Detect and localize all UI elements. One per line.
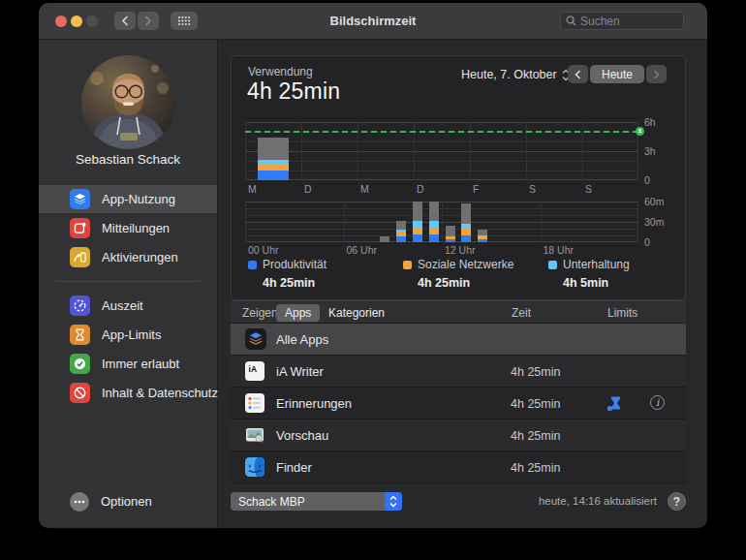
ellipsis-circle-icon [70,492,89,512]
table-row-finder[interactable]: Finder4h 25min [231,451,686,483]
finder-app-icon [245,457,264,477]
usage-bar-segment[interactable] [258,160,289,165]
reminders-app-icon [245,393,264,413]
weekday-label: M [248,183,257,195]
weekday-label: S [529,183,536,195]
limit-hourglass-icon [606,395,622,416]
usage-bar-segment[interactable] [258,138,289,160]
weekday-label: D [304,183,312,195]
sidebar-item-notifications[interactable]: Mitteilungen [39,214,217,242]
ytick-label: 3h [644,145,656,157]
sidebar-item-app-usage[interactable]: App-Nutzung [39,185,217,213]
sidebar-item-options[interactable]: Optionen [39,487,217,515]
user-avatar [81,55,175,149]
usage-bar-segment[interactable] [380,236,389,242]
today-button[interactable]: Heute [590,65,644,83]
usage-bar-segment[interactable] [461,229,471,235]
sidebar-item-app-limits[interactable]: App-Limits [39,321,217,349]
preview-app-icon [245,425,264,445]
usage-bar-segment[interactable] [446,239,455,242]
legend-label: Produktivität [263,258,326,271]
usage-bar-segment[interactable] [413,221,422,228]
usage-bar-segment[interactable] [478,239,487,242]
device-selector[interactable]: Schack MBP [231,492,402,511]
legend-swatch [403,261,412,269]
usage-bar-segment[interactable] [429,229,439,234]
usage-bar-segment[interactable] [413,228,422,234]
usage-bar-segment[interactable] [258,171,289,180]
sidebar: Sebastian Schack App-NutzungMitteilungen… [39,40,218,528]
ytick-label: 30m [644,216,664,228]
usage-bar-segment[interactable] [413,234,422,242]
sidebar-item-label: Inhalt & Datenschutz [102,386,218,400]
screen-time-window: Bildschirmzeit Suchen [39,3,707,528]
sidebar-item-label: Aktivierungen [102,250,178,264]
usage-bar-segment[interactable] [461,224,471,229]
gridline [245,171,638,171]
info-button[interactable]: i [650,395,665,410]
segment-apps[interactable]: Apps [276,304,320,322]
usage-bar-segment[interactable] [396,236,406,242]
usage-bar-segment[interactable] [413,202,422,221]
sidebar-item-label: App-Limits [102,327,161,342]
app-name: Vorschau [276,428,328,443]
date-selector[interactable]: Heute, 7. Oktober [461,68,570,81]
usage-bar-segment[interactable] [429,202,439,221]
legend-label: Soziale Netzwerke [418,258,513,271]
app-name: iA Writer [276,364,324,379]
content-privacy-icon [70,383,90,403]
window-content: Sebastian Schack App-NutzungMitteilungen… [39,40,707,528]
search-input[interactable]: Suchen [560,12,684,30]
usage-bar-segment[interactable] [396,221,406,231]
next-day-button[interactable] [646,65,667,83]
legend-item: Produktivität4h 25min [248,258,326,290]
app-limits-icon [70,325,90,345]
usage-bar-segment[interactable] [429,221,439,229]
usage-bar-segment[interactable] [396,230,406,233]
sidebar-item-downtime[interactable]: Auszeit [39,292,217,320]
usage-bar-segment[interactable] [446,226,455,236]
table-row-preview[interactable]: Vorschau4h 25min [231,420,686,451]
table-row-all-apps[interactable]: Alle Apps [231,324,686,356]
table-row-reminders[interactable]: Erinnerungen4h 25mini [231,388,686,420]
help-button[interactable]: ? [668,492,686,511]
usage-bar-segment[interactable] [396,233,406,236]
chevron-left-icon [575,70,581,79]
app-time: 4h 25min [511,461,560,475]
date-label: Heute, 7. Oktober [461,68,557,81]
gridline [245,202,246,242]
sidebar-item-label: Auszeit [102,298,143,313]
sidebar-item-label: Immer erlaubt [102,357,179,371]
column-header-time: Zeit [512,306,531,320]
downtime-icon [70,296,90,316]
avatar-photo [81,55,175,149]
usage-bar-segment[interactable] [429,234,439,242]
ytick-label: 0 [644,236,650,248]
previous-day-button[interactable] [568,65,588,83]
sidebar-item-always-allowed[interactable]: Immer erlaubt [39,350,217,378]
app-time: 4h 25min [511,429,560,443]
always-allowed-icon [70,354,90,374]
usage-bar-segment[interactable] [446,236,455,240]
ytick-label: 60m [644,196,664,207]
pickups-icon [70,247,90,267]
usage-bar-segment[interactable] [478,235,487,236]
legend-value: 4h 25min [263,276,326,290]
sidebar-item-label: App-Nutzung [102,192,175,206]
table-row-ia-writer[interactable]: iAiA Writer4h 25min [231,356,686,388]
usage-bar-segment[interactable] [478,230,487,235]
user-name: Sebastian Schack [39,152,217,167]
usage-bar-segment[interactable] [258,165,289,171]
usage-bar-segment[interactable] [461,235,471,242]
hour-label: 18 Uhr [544,244,575,256]
segment-categories[interactable]: Kategorien [320,304,393,322]
device-name: Schack MBP [238,495,305,509]
sidebar-item-pickups[interactable]: Aktivierungen [39,243,217,271]
usage-bar-segment[interactable] [478,236,487,239]
sidebar-item-content-privacy[interactable]: Inhalt & Datenschutz [39,379,217,407]
gridline [344,202,345,242]
titlebar: Bildschirmzeit Suchen [39,3,707,40]
usage-bar-segment[interactable] [461,203,471,224]
gridline [637,202,638,242]
app-usage-table: Alle AppsiAiA Writer4h 25minErinnerungen… [231,324,686,483]
